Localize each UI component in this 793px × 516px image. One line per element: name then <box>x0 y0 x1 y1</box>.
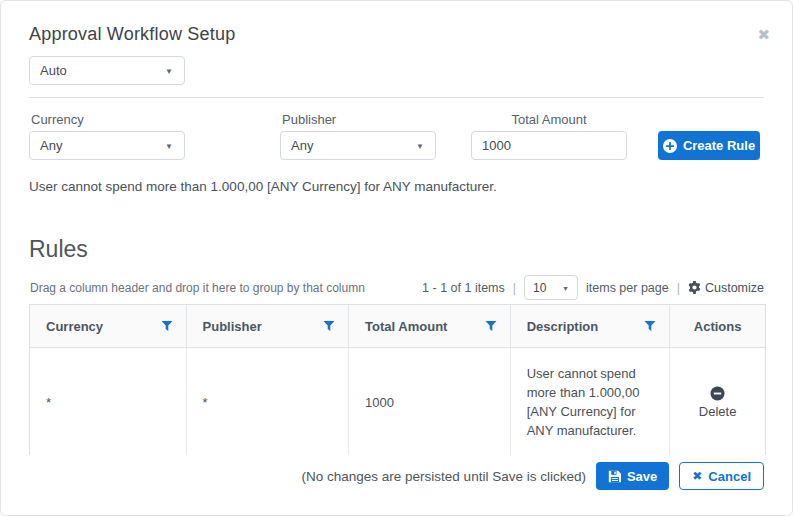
grid-pager: 1 - 1 of 1 items | 10 ▼ items per page |… <box>422 275 764 300</box>
page-size-value: 10 <box>533 281 546 295</box>
save-floppy-icon <box>608 470 621 483</box>
filter-icon[interactable] <box>485 320 497 332</box>
cell-actions: Delete <box>670 348 765 455</box>
chevron-down-icon: ▼ <box>416 141 424 150</box>
minus-circle-icon <box>710 386 725 401</box>
delete-label: Delete <box>699 404 737 419</box>
filter-icon[interactable] <box>161 320 173 332</box>
currency-value: Any <box>40 138 62 153</box>
grid-header-row: Currency Publisher Total Amount Descript… <box>30 305 765 348</box>
items-per-page-label: items per page <box>586 281 669 295</box>
column-header-actions: Actions <box>670 305 765 347</box>
page-size-select[interactable]: 10 ▼ <box>524 275 578 300</box>
rule-preview-text: User cannot spend more than 1.000,00 [AN… <box>29 179 497 194</box>
workflow-type-value: Auto <box>40 63 67 78</box>
modal-footer: (No changes are persisted until Save is … <box>302 462 764 490</box>
footer-note: (No changes are persisted until Save is … <box>302 469 586 484</box>
cancel-x-icon: ✖ <box>692 469 702 483</box>
total-amount-label: Total Amount <box>471 112 627 127</box>
column-header-description[interactable]: Description <box>511 305 671 347</box>
cell-description: User cannot spend more than 1.000,00 [AN… <box>511 348 671 455</box>
delete-button[interactable]: Delete <box>699 386 737 419</box>
column-header-publisher[interactable]: Publisher <box>187 305 350 347</box>
column-header-total-amount[interactable]: Total Amount <box>349 305 511 347</box>
currency-label: Currency <box>31 112 84 127</box>
create-rule-button[interactable]: Create Rule <box>658 131 760 160</box>
cell-total-amount: 1000 <box>349 348 511 455</box>
workflow-type-select[interactable]: Auto ▼ <box>29 56 185 85</box>
column-header-label: Description <box>527 319 599 334</box>
cell-currency: * <box>30 348 187 455</box>
rules-grid: Currency Publisher Total Amount Descript… <box>29 304 766 455</box>
save-button[interactable]: Save <box>596 462 669 490</box>
cell-publisher: * <box>187 348 350 455</box>
plus-circle-icon <box>663 139 677 153</box>
pager-range: 1 - 1 of 1 items <box>422 281 505 295</box>
cancel-button[interactable]: ✖ Cancel <box>679 462 764 490</box>
column-header-label: Total Amount <box>365 319 447 334</box>
group-drop-hint: Drag a column header and drop it here to… <box>30 281 365 295</box>
divider <box>29 97 764 98</box>
total-amount-input[interactable] <box>471 131 627 160</box>
close-icon[interactable]: ✖ <box>757 27 770 42</box>
modal-title: Approval Workflow Setup <box>29 24 235 45</box>
chevron-down-icon: ▼ <box>165 66 173 75</box>
gear-icon <box>688 281 701 294</box>
publisher-label: Publisher <box>282 112 336 127</box>
column-header-currency[interactable]: Currency <box>30 305 187 347</box>
cancel-label: Cancel <box>708 469 751 484</box>
chevron-down-icon: ▼ <box>562 284 569 291</box>
create-rule-label: Create Rule <box>683 138 755 153</box>
approval-workflow-modal: Approval Workflow Setup ✖ Auto ▼ Currenc… <box>0 0 793 516</box>
column-header-label: Publisher <box>203 319 262 334</box>
chevron-down-icon: ▼ <box>165 141 173 150</box>
column-header-label: Actions <box>694 319 742 334</box>
save-label: Save <box>627 469 657 484</box>
filter-icon[interactable] <box>323 320 335 332</box>
column-header-label: Currency <box>46 319 103 334</box>
customize-label: Customize <box>705 281 764 295</box>
rules-heading: Rules <box>29 236 88 263</box>
filter-icon[interactable] <box>644 320 656 332</box>
table-row: * * 1000 User cannot spend more than 1.0… <box>30 348 765 455</box>
pager-separator: | <box>513 281 516 295</box>
publisher-select[interactable]: Any ▼ <box>280 131 436 160</box>
customize-button[interactable]: Customize <box>688 281 764 295</box>
publisher-value: Any <box>291 138 313 153</box>
currency-select[interactable]: Any ▼ <box>29 131 185 160</box>
pager-separator: | <box>677 281 680 295</box>
